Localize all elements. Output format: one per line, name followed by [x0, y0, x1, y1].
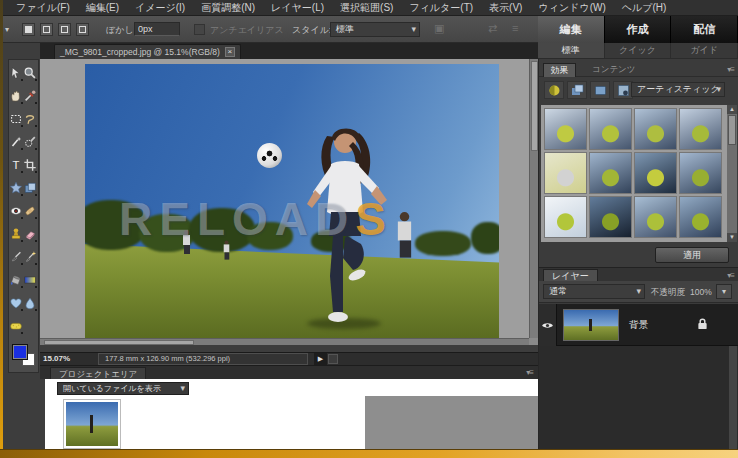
scroll-down-icon[interactable]: ▼ [727, 233, 737, 242]
menu-item-1[interactable]: ファイル(F) [8, 0, 78, 15]
tool-move[interactable] [9, 61, 23, 84]
effect-thumbnail-12[interactable] [679, 196, 722, 238]
subtract-selection-icon[interactable] [58, 23, 71, 36]
document-title: _MG_9801_cropped.jpg @ 15.1%(RGB/8) [60, 47, 220, 57]
layer-thumbnail[interactable] [563, 309, 619, 341]
opacity-stepper-icon[interactable]: ▾ [716, 284, 732, 299]
tool-marquee[interactable] [9, 107, 23, 130]
layers-scrollbar[interactable] [729, 346, 737, 458]
document-tab[interactable]: _MG_9801_cropped.jpg @ 15.1%(RGB/8) × [54, 44, 241, 59]
effect-thumbnail-11[interactable] [634, 196, 677, 238]
foreground-color-swatch[interactable] [12, 344, 28, 360]
tool-sponge[interactable] [9, 314, 23, 337]
menu-item-10[interactable]: ヘルプ(H) [614, 0, 675, 15]
tool-smart-brush[interactable] [23, 245, 37, 268]
panel-menu-icon[interactable]: ▾≡ [526, 368, 533, 377]
menu-item-9[interactable]: ウィンドウ(W) [530, 0, 613, 15]
effect-thumbnail-5[interactable] [544, 152, 587, 194]
status-arrow-icon[interactable]: ▶ [314, 353, 327, 365]
tool-cookie-cutter[interactable] [9, 176, 23, 199]
tab-share[interactable]: 配信 [671, 16, 738, 43]
filters-icon[interactable] [544, 81, 564, 99]
tab-guided[interactable]: ガイド [671, 43, 738, 58]
project-bin: 開いているファイルを表示 [45, 379, 538, 450]
tab-effects[interactable]: 効果 [543, 63, 576, 77]
effect-thumbnail-10[interactable] [589, 196, 632, 238]
workspace-tabs: 編集 作成 配信 [538, 16, 738, 43]
menu-item-4[interactable]: 画質調整(N) [193, 0, 263, 15]
layers-panel-menu-icon[interactable]: ▾≡ [727, 271, 734, 280]
effects-panel-menu-icon[interactable]: ▾≡ [727, 65, 734, 74]
tool-eraser[interactable] [23, 222, 37, 245]
menu-item-3[interactable]: イメージ(I) [127, 0, 193, 15]
menu-item-2[interactable]: 編集(E) [78, 0, 127, 15]
scroll-up-icon[interactable]: ▲ [727, 105, 737, 114]
effects-toolbar: アーティスティック [539, 78, 738, 103]
blend-mode-dropdown[interactable]: 通常 [543, 284, 645, 299]
zoom-level[interactable]: 15.07% [43, 354, 70, 363]
new-selection-icon[interactable] [22, 23, 35, 36]
add-selection-icon[interactable] [40, 23, 53, 36]
effect-thumbnail-7[interactable] [634, 152, 677, 194]
effect-thumbnail-3[interactable] [634, 108, 677, 150]
opacity-value[interactable]: 100% [690, 287, 712, 297]
all-effects-icon[interactable] [613, 81, 633, 99]
bin-filter-dropdown[interactable]: 開いているファイルを表示 [57, 382, 189, 395]
tool-zoom[interactable] [23, 61, 37, 84]
tab-quick[interactable]: クイック [605, 43, 672, 58]
tool-crop[interactable] [23, 153, 37, 176]
tool-quick-selection[interactable] [23, 130, 37, 153]
effect-thumbnail-8[interactable] [679, 152, 722, 194]
lock-icon[interactable] [697, 317, 708, 335]
tab-edit[interactable]: 編集 [538, 16, 605, 43]
tab-content[interactable]: コンテンツ [585, 63, 643, 77]
tool-red-eye[interactable] [9, 199, 23, 222]
swap-icon: ⇄ [488, 22, 497, 35]
tool-brush[interactable] [9, 245, 23, 268]
tool-type[interactable]: T [9, 153, 23, 176]
menu-item-8[interactable]: 表示(V) [481, 0, 530, 15]
feather-label: ぼかし [106, 24, 134, 37]
tool-healing-brush[interactable] [23, 199, 37, 222]
close-icon[interactable]: × [225, 47, 235, 57]
tab-standard[interactable]: 標準 [538, 43, 605, 58]
tool-preset-arrow-icon[interactable]: ▾ [5, 25, 9, 34]
open-file-thumbnail[interactable] [63, 399, 121, 449]
effect-thumbnail-2[interactable] [589, 108, 632, 150]
layer-row-background[interactable]: 背景 [539, 304, 738, 346]
tool-recompose[interactable] [23, 176, 37, 199]
menu-item-5[interactable]: レイヤー(L) [263, 0, 332, 15]
document-tab-bar: _MG_9801_cropped.jpg @ 15.1%(RGB/8) × [40, 43, 538, 59]
tool-heart-shape[interactable] [9, 291, 23, 314]
menu-item-7[interactable]: フィルター(T) [401, 0, 481, 15]
feather-input[interactable] [134, 22, 180, 36]
tool-lasso[interactable] [23, 107, 37, 130]
tool-magic-wand[interactable] [9, 130, 23, 153]
effect-thumbnail-4[interactable] [679, 108, 722, 150]
effects-scrollbar[interactable]: ▲ ▼ [727, 105, 737, 242]
layer-styles-icon[interactable] [567, 81, 587, 99]
effect-thumbnail-9[interactable] [544, 196, 587, 238]
menu-item-6[interactable]: 選択範囲(S) [332, 0, 401, 15]
antialias-checkbox[interactable] [194, 24, 205, 35]
effects-category-dropdown[interactable]: アーティスティック [631, 82, 725, 97]
status-option-icon[interactable] [328, 354, 338, 364]
tool-blur[interactable] [23, 291, 37, 314]
tool-clone-stamp[interactable] [9, 222, 23, 245]
tool-eyedropper[interactable] [23, 84, 37, 107]
document-dimensions: 177.8 mm x 126.90 mm (532.296 ppi) [98, 353, 308, 365]
effect-thumbnail-1[interactable] [544, 108, 587, 150]
photo-effects-icon[interactable] [590, 81, 610, 99]
layer-visibility-toggle[interactable] [539, 304, 557, 346]
tool-paint-bucket[interactable] [9, 268, 23, 291]
tab-create[interactable]: 作成 [605, 16, 672, 43]
canvas-horizontal-scrollbar[interactable] [40, 338, 529, 345]
photo-document[interactable]: RELOADS [85, 64, 499, 345]
tool-gradient[interactable] [23, 268, 37, 291]
intersect-selection-icon[interactable] [76, 23, 89, 36]
style-dropdown[interactable]: 標準 [330, 22, 420, 37]
canvas-vertical-scrollbar[interactable] [529, 59, 538, 338]
effect-thumbnail-6[interactable] [589, 152, 632, 194]
tool-hand[interactable] [9, 84, 23, 107]
apply-button[interactable]: 適用 [655, 247, 729, 263]
